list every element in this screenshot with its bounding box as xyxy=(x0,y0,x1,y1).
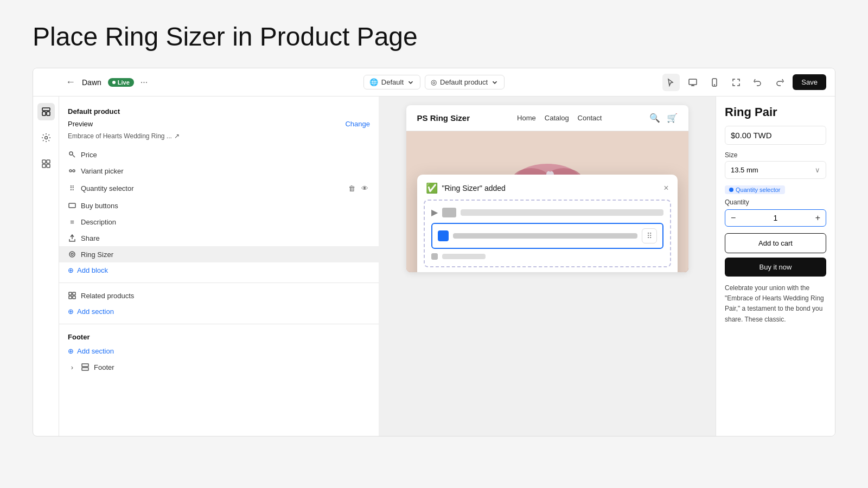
expand-button[interactable] xyxy=(727,74,745,91)
add-section-button[interactable]: ⊕ Add section xyxy=(59,304,379,319)
add-block-button[interactable]: ⊕ Add block xyxy=(59,262,379,278)
svg-point-13 xyxy=(73,170,75,172)
svg-rect-18 xyxy=(73,292,75,295)
preview-product-image: ✅ "Ring Sizer" added × ▶ xyxy=(406,131,688,272)
quantity-increase-button[interactable]: + xyxy=(815,213,820,223)
product-dropdown[interactable]: ◎ Default product xyxy=(425,75,505,89)
footer-label: Footer xyxy=(59,329,379,343)
redo-button[interactable] xyxy=(771,74,788,91)
svg-point-11 xyxy=(69,152,73,155)
add-section-footer-button[interactable]: ⊕ Add section xyxy=(59,343,379,359)
svg-rect-17 xyxy=(69,292,72,295)
sidebar-item-ring-sizer[interactable]: Ring Sizer xyxy=(59,246,379,262)
preview-nav-icons: 🔍 🛒 xyxy=(649,113,678,123)
ring-sizer-icon xyxy=(68,250,76,259)
share-icon xyxy=(68,234,76,242)
sidebar-item-footer[interactable]: › Footer xyxy=(59,359,379,375)
svg-rect-7 xyxy=(42,160,46,163)
external-link-icon[interactable]: ↗ xyxy=(174,132,180,140)
size-label: Size xyxy=(725,151,826,159)
preview-area: PS Ring Sizer Home Catalog Contact 🔍 🛒 xyxy=(379,97,716,436)
save-button[interactable]: Save xyxy=(793,74,826,90)
dialog-preview-box: ▶ ⠿ xyxy=(424,200,671,267)
theme-dropdown[interactable]: 🌐 Default xyxy=(363,75,420,89)
select-tool-button[interactable] xyxy=(662,74,680,91)
sidebar-sections-icon[interactable] xyxy=(37,103,55,120)
search-icon[interactable]: 🔍 xyxy=(649,113,660,123)
nav-contact[interactable]: Contact xyxy=(578,114,602,122)
add-section-footer-label: Add section xyxy=(77,347,114,355)
variant-picker-label: Variant picker xyxy=(81,167,124,175)
quantity-selector-drag-icon: ⠿ xyxy=(68,184,76,192)
sidebar-item-quantity-selector[interactable]: ⠿ Quantity selector 🗑 👁 xyxy=(59,179,379,197)
sidebar-item-share[interactable]: Share xyxy=(59,230,379,246)
sidebar-item-description[interactable]: ≡ Description xyxy=(59,214,379,230)
quantity-decrease-button[interactable]: − xyxy=(731,213,736,223)
sidebar-item-buy-buttons[interactable]: Buy buttons xyxy=(59,197,379,214)
variant-picker-icon xyxy=(68,166,76,175)
change-link[interactable]: Change xyxy=(345,120,370,128)
live-badge: Live xyxy=(108,78,134,87)
dialog-close-button[interactable]: × xyxy=(663,183,668,193)
add-to-cart-button[interactable]: Add to cart xyxy=(725,233,826,253)
preview-nav: PS Ring Sizer Home Catalog Contact 🔍 🛒 xyxy=(406,105,688,131)
toolbar-center: 🌐 Default ◎ Default product xyxy=(305,75,563,89)
back-icon[interactable]: ← xyxy=(66,76,75,88)
quantity-delete-button[interactable]: 🗑 xyxy=(346,183,357,194)
desktop-view-button[interactable] xyxy=(684,74,701,91)
dialog-overlay: ✅ "Ring Sizer" added × ▶ xyxy=(417,175,678,272)
svg-point-6 xyxy=(44,137,47,139)
svg-point-16 xyxy=(71,253,73,255)
undo-button[interactable] xyxy=(749,74,767,91)
add-block-icon: ⊕ xyxy=(68,266,74,274)
sidebar-item-variant-picker[interactable]: Variant picker xyxy=(59,163,379,179)
buy-buttons-icon xyxy=(68,201,76,210)
svg-rect-20 xyxy=(73,296,75,299)
dialog-gray-square xyxy=(431,253,438,260)
toolbar-left: ← Dawn Live ··· xyxy=(42,74,299,91)
quantity-label: Quantity xyxy=(725,198,826,206)
quantity-badge-label: Quantity selector xyxy=(736,187,781,193)
sidebar-preview-row: Preview Change xyxy=(59,118,379,132)
description-icon: ≡ xyxy=(68,217,76,226)
cart-icon[interactable]: 🛒 xyxy=(667,113,678,123)
preview-nav-links: Home Catalog Contact xyxy=(517,114,602,122)
quantity-value: 1 xyxy=(774,214,778,222)
sidebar-settings-icon[interactable] xyxy=(37,129,55,146)
size-chevron-icon: ∨ xyxy=(815,166,820,174)
svg-point-2 xyxy=(714,85,715,85)
svg-rect-21 xyxy=(82,364,88,367)
sidebar-item-related-products[interactable]: Related products xyxy=(59,287,379,304)
svg-rect-8 xyxy=(47,160,50,163)
sidebar-item-price[interactable]: Price xyxy=(59,146,379,163)
nav-home[interactable]: Home xyxy=(517,114,536,122)
sidebar-section-title: Default product xyxy=(59,103,379,118)
dialog-highlight-row: ⠿ xyxy=(431,223,663,249)
more-button[interactable]: ··· xyxy=(141,78,148,87)
description-label: Description xyxy=(81,218,116,226)
related-products-label: Related products xyxy=(81,292,134,300)
svg-rect-3 xyxy=(42,108,50,111)
dialog-drag-handle[interactable]: ⠿ xyxy=(642,228,657,243)
dialog-expand-icon: ▶ xyxy=(431,207,438,217)
editor-shell: ← Dawn Live ··· 🌐 Default ◎ Default prod… xyxy=(33,68,835,436)
ring-sizer-label: Ring Sizer xyxy=(81,251,113,259)
preview-product-name: Embrace of Hearts Wedding Ring ... xyxy=(68,132,172,140)
dialog-placeholder-square xyxy=(442,208,456,217)
quantity-visibility-button[interactable]: 👁 xyxy=(359,183,370,194)
mobile-view-button[interactable] xyxy=(706,74,723,91)
live-label: Live xyxy=(118,79,130,86)
sidebar-divider-1 xyxy=(59,282,379,283)
price-label: Price xyxy=(81,151,97,159)
related-products-icon xyxy=(68,291,76,300)
toolbar-right: Save xyxy=(569,74,826,91)
size-selector[interactable]: 13.5 mm ∨ xyxy=(725,161,826,179)
svg-rect-9 xyxy=(42,164,46,168)
product-price: $0.00 TWD xyxy=(725,126,826,145)
sidebar-apps-icon[interactable] xyxy=(37,155,55,172)
back-button[interactable] xyxy=(42,74,59,91)
nav-catalog[interactable]: Catalog xyxy=(545,114,569,122)
theme-label: Default xyxy=(381,78,404,86)
editor-body: Default product Preview Change Embrace o… xyxy=(33,97,835,436)
buy-now-button[interactable]: Buy it now xyxy=(725,258,826,277)
